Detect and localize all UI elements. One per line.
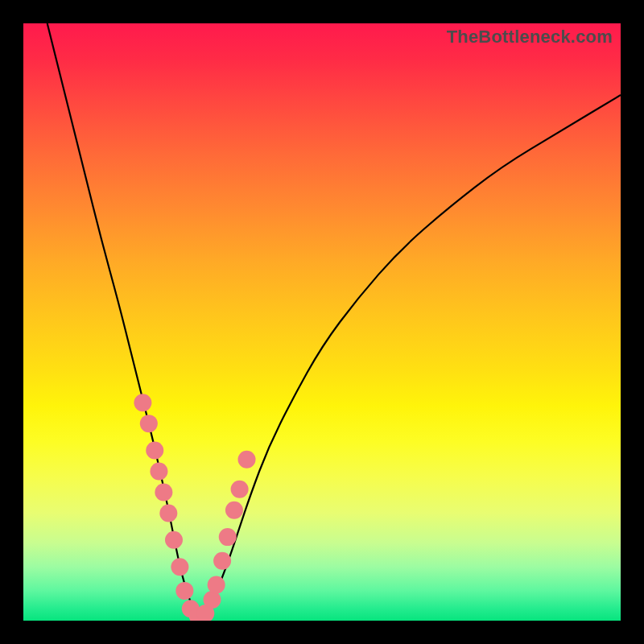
highlight-dot bbox=[171, 558, 188, 576]
dot-group bbox=[134, 394, 255, 621]
highlight-dot bbox=[219, 528, 237, 546]
highlight-dot bbox=[231, 481, 249, 498]
highlight-dot bbox=[203, 591, 221, 609]
highlight-dot bbox=[238, 451, 256, 469]
highlight-dot bbox=[165, 531, 183, 549]
highlight-dot bbox=[175, 582, 193, 600]
bottleneck-curve bbox=[47, 23, 621, 615]
highlight-dot bbox=[134, 394, 151, 411]
highlight-dot bbox=[155, 483, 172, 501]
plot-area: TheBottleneck.com bbox=[23, 23, 621, 621]
highlight-dot bbox=[140, 415, 158, 432]
chart-svg bbox=[23, 23, 621, 621]
highlight-dot bbox=[150, 463, 167, 481]
highlight-dot bbox=[159, 504, 177, 522]
highlight-dot bbox=[146, 442, 163, 460]
highlight-dot bbox=[208, 576, 225, 593]
chart-canvas: TheBottleneck.com bbox=[0, 0, 644, 644]
highlight-dot bbox=[225, 502, 243, 519]
highlight-dot bbox=[213, 552, 231, 570]
